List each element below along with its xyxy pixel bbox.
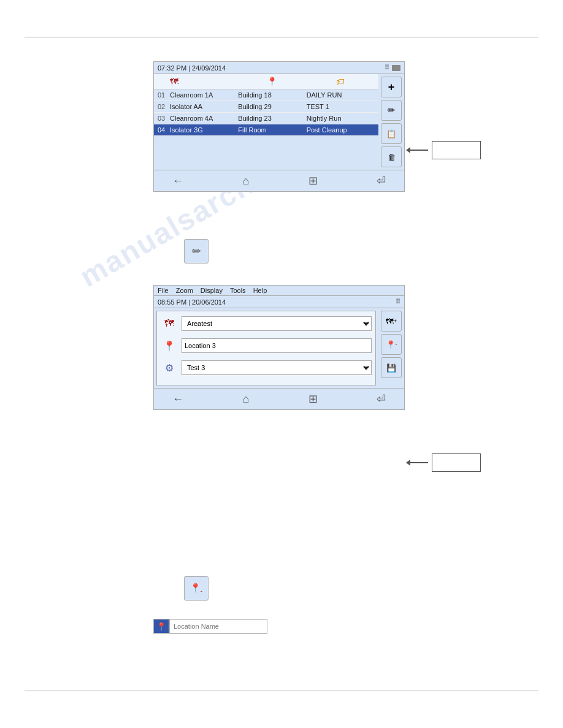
tag-col-icon: 🏷 [336, 77, 345, 86]
test-select[interactable]: Test 3 [182, 360, 372, 375]
area-select[interactable]: Areatest [182, 316, 372, 331]
back-button[interactable]: ← [172, 174, 183, 188]
row-run: Post Cleanup [307, 126, 375, 134]
screen1-titlebar: 07:32 PM | 24/09/2014 ⠿ [154, 62, 404, 74]
location-form-icon: 📍 [161, 337, 178, 354]
annotation1 [410, 141, 481, 159]
menu-zoom[interactable]: Zoom [176, 287, 193, 294]
row-name: Cleanroom 4A [170, 115, 238, 122]
test-select-wrapper: Test 3 ▼ [182, 360, 372, 375]
row-building: Building 29 [238, 103, 306, 110]
test-icon: ⚙ [165, 362, 174, 374]
bottom-divider [25, 691, 538, 691]
row-num: 03 [158, 115, 170, 122]
remove-location-button[interactable]: 📍- [381, 334, 402, 355]
table-row[interactable]: 04 Isolator 3G Fill Room Post Cleanup [154, 124, 378, 136]
empty-space [154, 136, 378, 161]
back-button2[interactable]: ← [172, 392, 183, 406]
location-name-input[interactable] [169, 619, 267, 634]
row-name: Isolator 3G [170, 126, 238, 134]
edit-button[interactable]: ✏ [381, 100, 402, 121]
save-button[interactable]: 💾 [381, 357, 402, 378]
row-name: Cleanroom 1A [170, 91, 238, 99]
map-col-icon: 🗺 [170, 77, 178, 86]
screen1-col-headers: 🗺 📍 🏷 [154, 74, 378, 89]
row-building: Fill Room [238, 126, 306, 134]
menu-tools[interactable]: Tools [230, 287, 246, 294]
screen1-toolbar: + ✏ 📋 🗑 [378, 74, 404, 170]
screen1-nav: ← ⌂ ⊞ ⏎ [154, 170, 404, 191]
location-field-icon: 📍 [156, 622, 166, 631]
table-row[interactable]: 01 Cleanroom 1A Building 18 DAILY RUN [154, 89, 378, 101]
screen1-table: 01 Cleanroom 1A Building 18 DAILY RUN 02… [154, 89, 378, 161]
network-icon2: ⠿ [396, 298, 400, 306]
grid-button[interactable]: ⊞ [308, 174, 318, 188]
exit-button2[interactable]: ⏎ [377, 392, 386, 406]
table-row[interactable]: 03 Cleanroom 4A Building 23 Nightly Run [154, 113, 378, 124]
screen2-menubar: File Zoom Display Tools Help [154, 286, 404, 296]
row-building: Building 18 [238, 91, 306, 99]
add-button[interactable]: + [381, 77, 402, 97]
annotation2 [410, 453, 481, 472]
screen1-time: 07:32 PM | 24/09/2014 [158, 64, 226, 72]
pencil-icon: ✏ [192, 245, 201, 258]
location-col-icon: 📍 [267, 77, 277, 86]
row-num: 04 [158, 126, 170, 134]
screen2-container: File Zoom Display Tools Help 08:55 PM | … [153, 285, 405, 410]
edit-icon-large: ✏ [184, 239, 209, 264]
map-form-icon: 🗺 [161, 315, 178, 332]
table-row[interactable]: 02 Isolator AA Building 29 TEST 1 [154, 101, 378, 113]
test-row: ⚙ Test 3 ▼ [161, 359, 372, 376]
row-name: Isolator AA [170, 103, 238, 110]
test-form-icon: ⚙ [161, 359, 178, 376]
arrow-line1 [410, 150, 428, 151]
area-select-wrapper: Areatest ▼ [182, 316, 372, 331]
screen2-form: 🗺 Areatest ▼ 📍 ⚙ [156, 311, 376, 385]
row-run: TEST 1 [307, 103, 375, 110]
row-building: Building 23 [238, 115, 306, 122]
area-row: 🗺 Areatest ▼ [161, 315, 372, 332]
menu-help[interactable]: Help [253, 287, 267, 294]
exit-button[interactable]: ⏎ [377, 174, 386, 188]
annotation-box1 [432, 141, 481, 159]
screen2-titlebar: 08:55 PM | 20/06/2014 ⠿ [154, 296, 404, 308]
map-icon: 🗺 [164, 318, 174, 329]
copy-button[interactable]: 📋 [381, 123, 402, 144]
location-icon-box: 📍 [153, 619, 169, 634]
screen2-nav: ← ⌂ ⊞ ⏎ [154, 388, 404, 409]
location-name-field: 📍 [153, 619, 267, 634]
add-map-button[interactable]: 🗺+ [381, 311, 402, 332]
menu-icon [392, 65, 400, 71]
home-button2[interactable]: ⌂ [242, 392, 249, 406]
menu-file[interactable]: File [158, 287, 169, 294]
remove-location-icon-large: 📍- [184, 576, 209, 601]
screen1-container: 07:32 PM | 24/09/2014 ⠿ 🗺 📍 🏷 [153, 61, 405, 192]
row-run: Nightly Run [307, 115, 375, 122]
top-divider [25, 37, 538, 37]
menu-display[interactable]: Display [201, 287, 223, 294]
screen2-body: 🗺 Areatest ▼ 📍 ⚙ [154, 308, 404, 388]
location-input[interactable] [182, 338, 372, 353]
screen1-body: 🗺 📍 🏷 01 Cleanroom 1A Building 18 DAILY … [154, 74, 404, 170]
arrow-line2 [410, 462, 428, 463]
screen2-toolbar: 🗺+ 📍- 💾 [378, 308, 404, 388]
row-num: 02 [158, 103, 170, 110]
screen2-time: 08:55 PM | 20/06/2014 [158, 298, 226, 306]
location-row: 📍 [161, 337, 372, 354]
remove-pin-icon: 📍- [190, 583, 202, 594]
home-button[interactable]: ⌂ [242, 174, 249, 188]
annotation-box2 [432, 453, 481, 472]
delete-button[interactable]: 🗑 [381, 146, 402, 167]
network-icon: ⠿ [385, 64, 389, 72]
row-num: 01 [158, 91, 170, 99]
pin-icon: 📍 [163, 340, 175, 352]
grid-button2[interactable]: ⊞ [308, 392, 318, 406]
row-run: DAILY RUN [307, 91, 375, 99]
